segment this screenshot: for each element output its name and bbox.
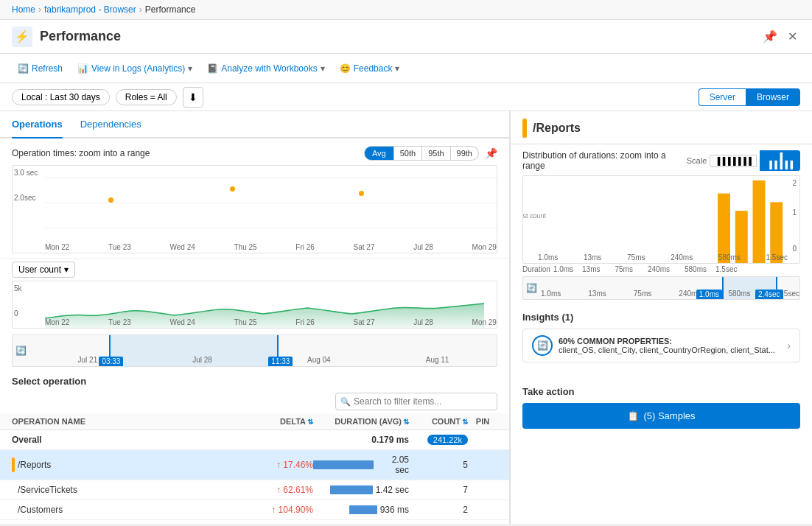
scale-linear-btn[interactable]: ▐▐▐▐▐▐▐ [710, 155, 757, 167]
workbooks-icon: 📓 [207, 63, 218, 74]
table-row[interactable]: /ServiceTickets ↑ 62.61% 1.42 sec 7 [0, 480, 509, 500]
browser-button[interactable]: Browser [746, 88, 800, 106]
table-header: OPERATION NAME DELTA ⇅ DURATION (AVG) ⇅ … [0, 413, 509, 430]
tab-dependencies[interactable]: Dependencies [80, 111, 141, 138]
insight-icon: 🔄 [532, 335, 553, 356]
pin-chart-button[interactable]: 📌 [485, 147, 497, 159]
y-label-3sec: 3.0 sec [14, 169, 38, 177]
refresh-button[interactable]: 🔄 Refresh [12, 60, 69, 77]
filter-bar: Local : Last 30 days Roles = All ⬇ Serve… [0, 83, 812, 111]
scatter-dot-3 [359, 191, 364, 196]
server-button[interactable]: Server [699, 88, 746, 106]
time-filter[interactable]: Local : Last 30 days [12, 89, 110, 105]
tabs-bar: Operations Dependencies [0, 111, 509, 138]
svg-rect-2 [753, 180, 766, 263]
row-name-servicetickets: /ServiceTickets [18, 485, 77, 495]
search-bar: 🔍 [0, 390, 509, 413]
overall-count-badge: 241.22k [427, 435, 468, 445]
x-label-7: Jul 28 [413, 243, 433, 251]
breadcrumb-home[interactable]: Home [12, 4, 35, 15]
breadcrumb-performance: Performance [145, 4, 196, 15]
breadcrumb-fabrikam[interactable]: fabrikamprod - Browser [44, 4, 136, 15]
overall-duration: 0.179 ms [371, 435, 409, 445]
insights-title: Insights (1) [522, 312, 800, 323]
delta-sort-icon[interactable]: ⇅ [307, 418, 313, 426]
scatter-dot-1 [108, 197, 113, 203]
feedback-icon: 😊 [340, 63, 351, 74]
count-sort-icon[interactable]: ⇅ [462, 418, 468, 426]
dist-refresh-icon: 🔄 [526, 283, 537, 293]
table-row[interactable]: /Customers ↑ 104.90% 936 ms 2 [0, 500, 509, 520]
pin-button[interactable]: 📌 [760, 27, 780, 46]
timeline[interactable]: 🔄 Jul 21 Jul 28 Aug 04 Aug 11 03:33 11:3… [12, 334, 497, 367]
top-bar: ⚡ Performance 📌 ✕ [0, 20, 812, 54]
performance-icon: ⚡ [12, 27, 32, 47]
duration-sort-icon[interactable]: ⇅ [403, 418, 409, 426]
tl-label-3: Aug 04 [307, 356, 331, 364]
user-count-selector[interactable]: User count ▾ [12, 262, 75, 278]
x-label-2: Tue 23 [108, 243, 131, 251]
p50-button[interactable]: 50th [394, 146, 422, 161]
breadcrumb-sep1: › [38, 4, 41, 15]
dist-tag-right: 2.4sec [755, 290, 783, 299]
refresh-icon: 🔄 [18, 63, 29, 74]
dropdown-icon: ▾ [188, 63, 192, 74]
insights-section: Insights (1) 🔄 60% COMMON PROPERTIES: cl… [511, 306, 812, 368]
x-label-3: Wed 24 [170, 243, 195, 251]
search-input[interactable] [335, 393, 497, 410]
user-count-section: User count ▾ 5k 0 [0, 258, 509, 332]
reports-duration: 2.05 sec [377, 455, 409, 475]
insight-chevron-icon: › [787, 340, 791, 351]
insight-percentage: 60% COMMON PROPERTIES: [559, 337, 781, 346]
dropdown-arrow: ▾ [64, 264, 69, 275]
roles-filter[interactable]: Roles = All [116, 89, 177, 105]
analyze-workbooks-button[interactable]: 📓 Analyze with Workbooks ▾ [201, 60, 331, 77]
tab-operations[interactable]: Operations [12, 111, 63, 138]
take-action-section: Take action 📋 (5) Samples [511, 380, 812, 435]
feedback-button[interactable]: 😊 Feedback ▾ [334, 60, 406, 77]
filter-icon-button[interactable]: ⬇ [183, 87, 203, 108]
dist-timeline[interactable]: 🔄 1.0ms13ms75ms240ms580ms1.5sec 1.0ms 2.… [522, 276, 800, 300]
area-chart[interactable]: 5k 0 Mon 22Tue 23Wed 24Thu 25Fri 26Sat 2… [12, 281, 497, 329]
samples-button[interactable]: 📋 (5) Samples [522, 403, 800, 429]
view-logs-button[interactable]: 📊 View in Logs (Analytics) ▾ [71, 60, 198, 77]
breadcrumb-sep2: › [139, 4, 142, 15]
customers-duration: 936 ms [380, 505, 409, 515]
tl-label-4: Aug 11 [426, 356, 449, 364]
dropdown-icon3: ▾ [395, 63, 399, 74]
search-icon: 🔍 [340, 397, 351, 407]
toolbar: 🔄 Refresh 📊 View in Logs (Analytics) ▾ 📓… [0, 54, 812, 83]
select-operation-title: Select operation [0, 371, 509, 390]
x-label-1: Mon 22 [45, 243, 69, 251]
main-chart[interactable]: 3.0 sec 2.0sec Mon 22 Tue 23 Wed 24 Thu … [12, 165, 497, 253]
avg-button[interactable]: Avg [364, 146, 394, 161]
dropdown-icon2: ▾ [321, 63, 325, 74]
timeline-refresh-icon: 🔄 [15, 346, 27, 356]
left-panel: Operations Dependencies Operation times:… [0, 111, 510, 524]
row-name-customers: /Customers [18, 505, 63, 515]
breadcrumb: Home › fabrikamprod - Browser › Performa… [0, 0, 812, 20]
p95-button[interactable]: 95th [422, 146, 450, 161]
table-row[interactable]: /Reports ↑ 17.46% 2.05 sec 5 [0, 450, 509, 480]
p99-button[interactable]: 99th [451, 146, 479, 161]
scatter-dot-2 [230, 186, 235, 192]
table-row[interactable]: /Employees ↑ 18.32% 748 ms 2 [0, 520, 509, 524]
timeline-tag-right: 11:33 [268, 357, 293, 366]
row-name-reports: /Reports [18, 460, 51, 470]
svg-rect-0 [718, 194, 730, 263]
dist-chart-section: Distribution of durations: zoom into a r… [511, 144, 812, 306]
x-label-6: Sat 27 [354, 243, 375, 251]
close-button[interactable]: ✕ [785, 27, 800, 46]
dist-chart[interactable]: 2 1 0 Request count 1.0ms13ms75ms240ms58… [522, 175, 800, 264]
y-label-2sec: 2.0sec [14, 194, 35, 202]
scale-log-btn[interactable]: ▐ ▐▐▐▐▐ [760, 150, 800, 171]
insight-card[interactable]: 🔄 60% COMMON PROPERTIES: client_OS, clie… [522, 329, 800, 362]
insight-properties: client_OS, client_City, client_CountryOr… [559, 346, 775, 354]
right-panel: /Reports Distribution of durations: zoom… [510, 111, 812, 524]
rp-indicator [522, 119, 527, 138]
table-row[interactable]: Overall 0.179 ms 241.22k [0, 430, 509, 450]
rp-title: /Reports [533, 122, 581, 135]
servicetickets-duration: 1.42 sec [376, 485, 409, 495]
main-area: Operations Dependencies Operation times:… [0, 111, 812, 524]
tl-label-2: Jul 28 [192, 356, 212, 364]
